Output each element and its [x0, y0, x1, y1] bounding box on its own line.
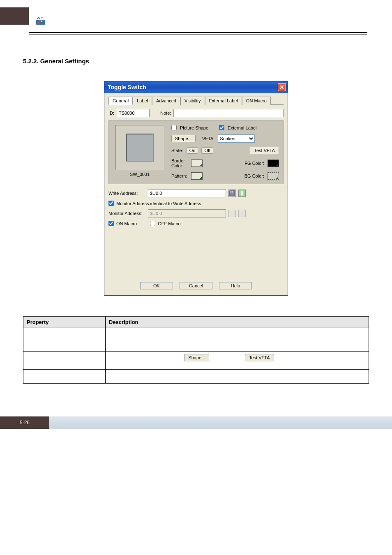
th-description: Description — [106, 317, 369, 328]
footer-gradient — [0, 416, 392, 429]
property-table: Property Description Shape... Test VFTA — [23, 316, 369, 384]
preview-label: SW_0031 — [130, 172, 150, 177]
page-footer: 5-26 — [0, 416, 392, 431]
section-title-text: General Settings — [40, 58, 89, 65]
toggle-switch-dialog: Toggle Switch ✕ General Label Advanced V… — [104, 81, 288, 296]
id-field[interactable] — [117, 109, 150, 117]
cell-property — [23, 346, 106, 352]
inline-test-vfta-button: Test VFTA — [245, 354, 274, 361]
cell-property — [23, 352, 106, 370]
table-header-row: Property Description — [23, 317, 369, 328]
id-label: ID: — [108, 111, 114, 116]
vfta-dropdown[interactable]: Sunken — [218, 134, 255, 143]
tab-label[interactable]: Label — [133, 97, 152, 105]
bg-color-label: BG Color: — [244, 173, 264, 178]
section-heading: 5.2.2. General Settings — [23, 58, 369, 65]
note-field[interactable] — [173, 109, 284, 117]
state-label: State: — [171, 148, 183, 153]
svg-rect-6 — [232, 192, 233, 193]
preview-frame — [115, 125, 164, 170]
shape-panel: SW_0031 Picture Shape External Label Sha… — [108, 120, 284, 184]
tab-external-label[interactable]: External Label — [205, 97, 242, 105]
svg-rect-1 — [37, 21, 40, 24]
dialog-title: Toggle Switch — [108, 84, 278, 90]
page-number: 5-26 — [0, 416, 49, 429]
preview-area: SW_0031 — [113, 125, 166, 180]
note-label: Note: — [160, 111, 171, 116]
close-icon[interactable]: ✕ — [278, 83, 286, 91]
tab-visibility[interactable]: Visibility — [180, 97, 205, 105]
header-block — [0, 7, 29, 25]
monitor-address-field — [148, 209, 226, 217]
border-color-swatch[interactable] — [191, 160, 203, 167]
tag-icon-disabled — [238, 210, 246, 217]
border-color-label: Border Color: — [171, 158, 188, 168]
section-number: 5.2.2. — [23, 58, 39, 65]
cancel-button[interactable]: Cancel — [180, 282, 212, 289]
monitor-identical-label: Monitor Address identical to Write Addre… — [116, 201, 201, 206]
svg-point-3 — [41, 17, 43, 18]
tab-general[interactable]: General — [108, 97, 133, 105]
state-off-button[interactable]: Off — [201, 147, 213, 154]
on-macro-checkbox[interactable] — [108, 221, 114, 226]
picture-shape-label: Picture Shape — [180, 125, 208, 130]
header-logo-icon — [36, 16, 45, 25]
monitor-identical-checkbox[interactable] — [108, 201, 114, 206]
table-row — [23, 370, 369, 384]
vfta-label: VFTA: — [202, 136, 214, 141]
shape-button[interactable]: Shape... — [171, 135, 196, 142]
picture-shape-checkbox[interactable] — [171, 125, 177, 130]
pattern-swatch[interactable] — [191, 172, 203, 180]
tag-icon[interactable] — [238, 190, 246, 197]
header-rule-thin — [29, 35, 367, 35]
th-property: Property — [23, 317, 106, 328]
test-vfta-button[interactable]: Test VFTA — [250, 147, 279, 154]
cell-description: Shape... Test VFTA — [106, 352, 369, 370]
write-address-label: Write Address: — [108, 191, 145, 196]
svg-rect-5 — [231, 192, 232, 193]
table-row: Shape... Test VFTA — [23, 352, 369, 370]
header-rule-thick — [29, 32, 367, 33]
write-address-field[interactable] — [148, 189, 226, 197]
monitor-address-label: Monitor Address: — [108, 211, 145, 216]
dialog-footer: OK Cancel Help — [108, 279, 284, 291]
page-header — [0, 0, 392, 37]
dialog-titlebar: Toggle Switch ✕ — [104, 81, 288, 93]
svg-rect-8 — [241, 193, 243, 195]
help-button[interactable]: Help — [219, 282, 252, 289]
cell-property — [23, 370, 106, 384]
keypad-icon-disabled — [228, 210, 236, 217]
external-label-checkbox[interactable] — [219, 125, 224, 130]
tab-strip: General Label Advanced Visibility Extern… — [108, 96, 284, 105]
external-label-label: External Label — [228, 125, 256, 130]
cell-property — [23, 328, 106, 346]
preview-swatch — [126, 134, 154, 162]
fg-color-swatch[interactable] — [267, 160, 279, 167]
bg-color-swatch[interactable] — [267, 172, 279, 180]
tab-on-macro[interactable]: ON Macro — [242, 97, 271, 105]
tab-advanced[interactable]: Advanced — [152, 97, 180, 105]
off-macro-checkbox[interactable] — [150, 221, 155, 226]
cell-description — [106, 346, 369, 352]
cell-description — [106, 328, 369, 346]
table-row — [23, 328, 369, 346]
on-macro-label: ON Macro — [116, 221, 137, 226]
pattern-label: Pattern: — [171, 173, 188, 178]
table-row — [23, 346, 369, 352]
keypad-icon[interactable] — [228, 190, 236, 197]
cell-description — [106, 370, 369, 384]
ok-button[interactable]: OK — [140, 282, 173, 289]
inline-shape-button: Shape... — [184, 354, 209, 361]
state-on-button[interactable]: On — [187, 147, 198, 154]
off-macro-label: OFF Macro — [158, 221, 181, 226]
fg-color-label: FG Color: — [244, 161, 264, 166]
svg-rect-2 — [41, 21, 42, 22]
